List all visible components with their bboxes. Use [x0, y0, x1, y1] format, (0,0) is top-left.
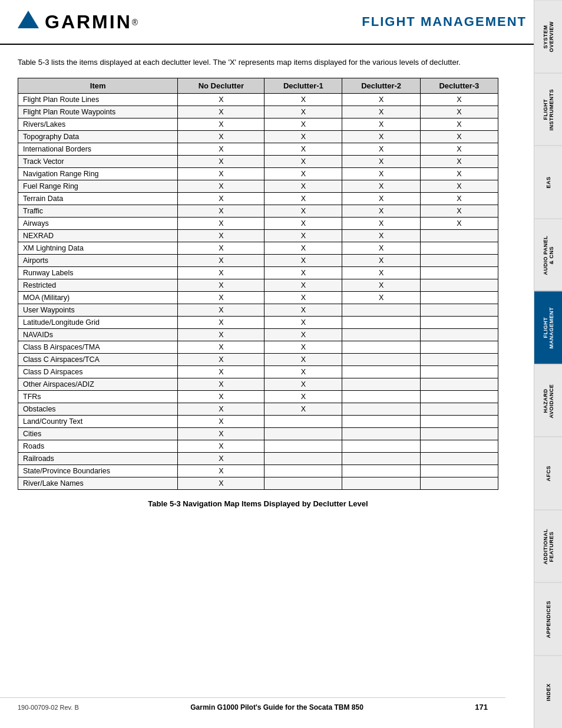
declutter1-cell: X [265, 93, 342, 106]
declutter1-cell [265, 440, 342, 452]
table-row: TrafficXXXX [18, 205, 498, 217]
table-row: Class C Airspaces/TCAXX [18, 353, 498, 365]
sidebar-tab-index[interactable]: INDEX [534, 655, 562, 729]
table-row: Class D AirspacesXX [18, 365, 498, 378]
declutter1-cell: X [265, 291, 342, 304]
declutter1-cell [265, 427, 342, 440]
no-declutter-cell: X [178, 229, 265, 242]
page-title: FLIGHT MANAGEMENT [362, 14, 527, 29]
declutter2-cell: X [342, 106, 420, 118]
item-cell: Railroads [18, 452, 178, 465]
sidebar-tab-system-overview[interactable]: SYSTEMOVERVIEW [534, 0, 562, 73]
sidebar-tab-hazard-avoidance[interactable]: HAZARDAVOIDANCE [534, 364, 562, 437]
sidebar-tab-afcs[interactable]: AFCS [534, 437, 562, 510]
item-cell: Restricted [18, 279, 178, 291]
col-header-item: Item [18, 78, 178, 93]
sidebar-tab-audio-panel[interactable]: AUDIO PANEL& CNS [534, 219, 562, 292]
table-row: ObstaclesXX [18, 403, 498, 415]
declutter1-cell: X [265, 279, 342, 291]
declutter1-cell: X [265, 167, 342, 180]
declutter2-cell: X [342, 192, 420, 205]
item-cell: Terrain Data [18, 192, 178, 205]
sidebar-tab-appendices[interactable]: APPENDICES [534, 582, 562, 655]
no-declutter-cell: X [178, 477, 265, 489]
declutter3-cell [420, 291, 498, 304]
item-cell: Flight Plan Route Lines [18, 93, 178, 106]
no-declutter-cell: X [178, 130, 265, 143]
table-row: River/Lake NamesX [18, 477, 498, 489]
item-cell: Airways [18, 217, 178, 229]
no-declutter-cell: X [178, 254, 265, 266]
table-row: Navigation Range RingXXXX [18, 167, 498, 180]
no-declutter-cell: X [178, 390, 265, 403]
no-declutter-cell: X [178, 341, 265, 353]
item-cell: Airports [18, 254, 178, 266]
sidebar-tab-eas[interactable]: EAS [534, 146, 562, 219]
declutter3-cell: X [420, 143, 498, 155]
table-row: Latitude/Longitude GridXX [18, 316, 498, 328]
declutter3-cell [420, 328, 498, 341]
declutter1-cell: X [265, 205, 342, 217]
item-cell: Obstacles [18, 403, 178, 415]
declutter1-cell: X [265, 229, 342, 242]
declutter1-cell: X [265, 118, 342, 130]
declutter2-cell [342, 328, 420, 341]
table-row: Class B Airspaces/TMAXX [18, 341, 498, 353]
page-header: GARMIN® FLIGHT MANAGEMENT [0, 0, 562, 45]
declutter3-cell [420, 353, 498, 365]
sidebar-tab-flight-management[interactable]: FLIGHTMANAGEMENT [534, 291, 562, 364]
item-cell: Navigation Range Ring [18, 167, 178, 180]
table-row: Fuel Range RingXXXX [18, 180, 498, 192]
no-declutter-cell: X [178, 167, 265, 180]
table-row: CitiesX [18, 427, 498, 440]
no-declutter-cell: X [178, 316, 265, 328]
no-declutter-cell: X [178, 266, 265, 279]
declutter1-cell: X [265, 266, 342, 279]
table-row: RoadsX [18, 440, 498, 452]
no-declutter-cell: X [178, 465, 265, 477]
declutter1-cell: X [265, 143, 342, 155]
sidebar-tab-additional-features[interactable]: ADDITIONALFEATURES [534, 510, 562, 583]
declutter3-cell: X [420, 130, 498, 143]
declutter1-cell: X [265, 192, 342, 205]
table-row: State/Province BoundariesX [18, 465, 498, 477]
table-row: RailroadsX [18, 452, 498, 465]
declutter1-cell: X [265, 155, 342, 167]
declutter3-cell [420, 427, 498, 440]
declutter2-cell [342, 316, 420, 328]
table-row: XM Lightning DataXXX [18, 242, 498, 254]
table-row: AirwaysXXXX [18, 217, 498, 229]
declutter2-cell: X [342, 254, 420, 266]
item-cell: MOA (Military) [18, 291, 178, 304]
no-declutter-cell: X [178, 291, 265, 304]
sidebar-tab-flight-instruments[interactable]: FLIGHTINSTRUMENTS [534, 73, 562, 146]
declutter3-cell: X [420, 205, 498, 217]
no-declutter-cell: X [178, 452, 265, 465]
declutter3-cell [420, 452, 498, 465]
declutter3-cell: X [420, 155, 498, 167]
item-cell: Land/Country Text [18, 415, 178, 427]
declutter3-cell: X [420, 217, 498, 229]
declutter2-cell [342, 341, 420, 353]
table-row: MOA (Military)XXX [18, 291, 498, 304]
declutter3-cell [420, 254, 498, 266]
declutter-table: Item No Declutter Declutter-1 Declutter-… [18, 78, 498, 490]
declutter2-cell: X [342, 180, 420, 192]
declutter1-cell: X [265, 365, 342, 378]
no-declutter-cell: X [178, 118, 265, 130]
declutter2-cell: X [342, 167, 420, 180]
item-cell: Runway Labels [18, 266, 178, 279]
declutter3-cell: X [420, 167, 498, 180]
declutter1-cell: X [265, 390, 342, 403]
table-row: Topography DataXXXX [18, 130, 498, 143]
col-header-declutter-2: Declutter-2 [342, 78, 420, 93]
declutter2-cell: X [342, 155, 420, 167]
no-declutter-cell: X [178, 328, 265, 341]
declutter1-cell: X [265, 403, 342, 415]
declutter3-cell [420, 415, 498, 427]
declutter1-cell: X [265, 304, 342, 316]
declutter1-cell: X [265, 378, 342, 390]
item-cell: Topography Data [18, 130, 178, 143]
declutter1-cell: X [265, 328, 342, 341]
item-cell: Track Vector [18, 155, 178, 167]
